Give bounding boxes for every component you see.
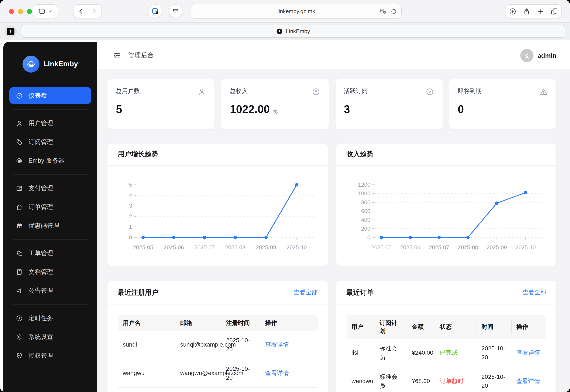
amount-cell: ¥68.00 — [407, 367, 435, 392]
order-date-cell: 2025-10-20 — [476, 339, 511, 367]
sidebar-item-announcements[interactable]: 公告管理 — [9, 282, 91, 299]
sidebar-item-tickets[interactable]: 工单管理 — [9, 245, 91, 262]
sidebar-item-orders[interactable]: 订单管理 — [9, 198, 91, 215]
zoom-window-button[interactable] — [27, 9, 32, 14]
svg-text:800: 800 — [361, 199, 370, 206]
password-extension-button[interactable] — [148, 5, 162, 18]
stat-value: 0 — [458, 103, 464, 116]
sidebar-item-label: 订单管理 — [28, 203, 53, 211]
chart-title: 用户增长趋势 — [118, 150, 158, 159]
chevron-down-icon — [48, 9, 53, 14]
back-icon[interactable] — [77, 8, 84, 15]
brand-name: LinkEmby — [43, 60, 78, 68]
play-circle-icon — [276, 28, 283, 35]
tab-title: LinkEmby — [286, 28, 310, 34]
view-detail-link[interactable]: 查看详情 — [516, 349, 540, 356]
new-tab-icon[interactable] — [537, 7, 544, 15]
plan-cell: 标准会员 — [375, 339, 407, 367]
minimize-window-button[interactable] — [18, 9, 23, 14]
brand-row: LinkEmby — [3, 42, 97, 73]
svg-text:2025-06: 2025-06 — [164, 244, 184, 251]
sidebar-item-coupons[interactable]: 优惠码管理 — [9, 217, 91, 234]
sidebar-item-label: 支付管理 — [28, 184, 53, 192]
reload-icon[interactable] — [390, 8, 397, 15]
indent-decrease-icon — [112, 51, 121, 60]
forward-icon[interactable] — [90, 8, 98, 15]
table-title: 最近注册用户 — [118, 288, 158, 297]
sidebar-item-subscriptions[interactable]: 订阅管理 — [9, 133, 91, 150]
sidebar-item-emby-servers[interactable]: Emby 服务器 — [9, 152, 91, 169]
view-detail-link[interactable]: 查看详情 — [265, 341, 289, 348]
stat-total-users: 总用户数 5 — [108, 79, 215, 129]
column-header: 用户名 — [118, 315, 175, 331]
svg-text:200: 200 — [361, 225, 370, 232]
stat-label: 总用户数 — [116, 87, 140, 95]
downloads-icon[interactable] — [509, 7, 517, 15]
warning-triangle-icon — [539, 87, 548, 96]
active-tab[interactable]: LinkEmby — [21, 25, 565, 38]
svg-text:600: 600 — [361, 208, 370, 214]
sidebar-item-settings[interactable]: 系统设置 — [9, 328, 91, 345]
user-cell: lisi — [346, 339, 375, 367]
sidebar-item-licenses[interactable]: 授权管理 — [9, 347, 91, 364]
address-bar[interactable]: linkemby.gz.mk — [191, 4, 401, 18]
user-icon — [523, 51, 531, 59]
sidebar-divider — [13, 109, 88, 110]
svg-text:400: 400 — [361, 217, 370, 223]
table-row: wangwu 标准会员 ¥68.00 订单超时 2025-10-20 查看详情 — [346, 367, 546, 392]
user-menu[interactable]: admin — [520, 49, 556, 62]
check-circle-icon — [426, 87, 434, 96]
collapse-sidebar-button[interactable] — [112, 51, 121, 60]
status-badge: 已完成 — [435, 339, 476, 367]
user-icon — [16, 120, 23, 127]
recent-users-card: 最近注册用户 查看全部 用户名邮箱注册时间操作 — [108, 281, 328, 392]
svg-text:2025-05: 2025-05 — [371, 244, 391, 251]
megaphone-icon — [16, 287, 23, 294]
page-settings-button[interactable] — [169, 5, 182, 18]
email-cell: zhaoliu@example.com — [175, 388, 221, 392]
wallet-icon — [16, 184, 23, 192]
view-detail-link[interactable]: 查看详情 — [265, 370, 289, 377]
sidebar-divider — [13, 239, 88, 239]
user-name: admin — [538, 52, 556, 59]
svg-text:2025-09: 2025-09 — [256, 244, 276, 251]
clock-icon — [16, 314, 23, 322]
stat-cards: 总用户数 5 总收入 — [108, 79, 556, 129]
sidebar-item-docs[interactable]: 文档管理 — [9, 263, 91, 280]
svg-text:2025-07: 2025-07 — [195, 244, 215, 251]
stat-label: 总收入 — [230, 87, 248, 95]
svg-text:2025-09: 2025-09 — [487, 244, 507, 251]
toolbar-actions — [505, 5, 561, 18]
stat-total-revenue: 总收入 1022.00 元 — [222, 79, 329, 129]
sidebar-item-users[interactable]: 用户管理 — [9, 115, 91, 132]
stat-value: 1022.00 — [230, 103, 270, 116]
sidebar-toggle-button[interactable] — [33, 5, 58, 18]
sidebar-item-dashboard[interactable]: 仪表盘 — [9, 87, 91, 104]
pinned-tab[interactable] — [5, 26, 16, 37]
view-all-orders-link[interactable]: 查看全部 — [522, 289, 546, 296]
sidebar-icon — [38, 8, 45, 15]
sidebar-item-label: 订阅管理 — [28, 138, 53, 146]
stat-unit: 元 — [272, 107, 278, 115]
revenue-chart-card: 收入趋势 0200400600800100012002025-052025-06… — [336, 143, 556, 266]
sidebar-divider — [13, 174, 88, 175]
column-header: 邮箱 — [175, 315, 221, 331]
share-icon[interactable] — [523, 7, 530, 15]
sidebar-item-label: Emby 服务器 — [28, 156, 64, 165]
status-badge: 订单超时 — [435, 367, 476, 392]
cloud-server-icon — [23, 56, 40, 73]
sidebar-item-payments[interactable]: 支付管理 — [9, 180, 91, 197]
gift-icon — [16, 222, 23, 229]
view-all-users-link[interactable]: 查看全部 — [294, 289, 318, 296]
column-header: 操作 — [260, 315, 318, 331]
close-window-button[interactable] — [9, 9, 14, 14]
translate-icon[interactable] — [380, 8, 387, 15]
user-icon — [198, 87, 206, 96]
tab-overview-icon[interactable] — [550, 7, 558, 15]
recent-orders-table: 用户订阅计划金额状态时间操作 lisi 标准会员 ¥240.00 — [346, 315, 546, 392]
sidebar-item-label: 用户管理 — [28, 119, 53, 127]
sidebar-item-label: 定时任务 — [28, 314, 53, 322]
sidebar-item-cron[interactable]: 定时任务 — [9, 310, 91, 327]
view-detail-link[interactable]: 查看详情 — [516, 378, 540, 385]
column-header: 订阅计划 — [375, 315, 407, 339]
